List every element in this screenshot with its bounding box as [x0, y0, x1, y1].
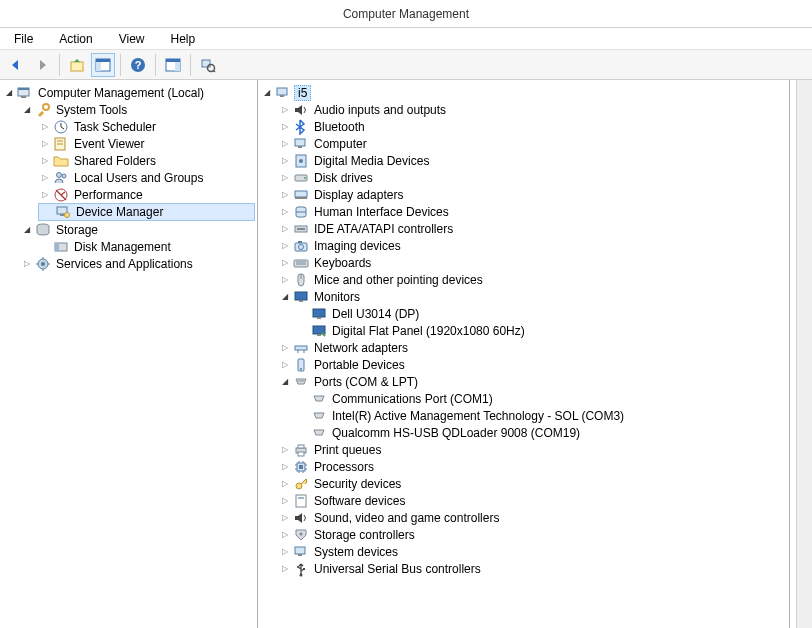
- expander-icon[interactable]: [280, 530, 290, 540]
- cat-audio[interactable]: Audio inputs and outputs: [278, 101, 787, 118]
- expander-icon[interactable]: [280, 122, 290, 132]
- expander-icon[interactable]: [22, 225, 32, 235]
- expander-icon[interactable]: [280, 258, 290, 268]
- expander-icon[interactable]: [280, 224, 290, 234]
- cat-system[interactable]: System devices: [278, 543, 787, 560]
- expander-icon[interactable]: [280, 377, 290, 387]
- tree-storage[interactable]: Storage: [20, 221, 255, 238]
- tree-root[interactable]: Computer Management (Local): [2, 84, 255, 101]
- expander-icon[interactable]: [280, 564, 290, 574]
- expander-icon[interactable]: [280, 190, 290, 200]
- device-label: Intel(R) Active Management Technology - …: [330, 409, 624, 423]
- expander-icon[interactable]: [40, 139, 50, 149]
- device-com3[interactable]: Intel(R) Active Management Technology - …: [296, 407, 787, 424]
- tree-shared-folders[interactable]: Shared Folders: [38, 152, 255, 169]
- expander-icon[interactable]: [280, 292, 290, 302]
- device-monitor-dell[interactable]: Dell U3014 (DP): [296, 305, 787, 322]
- expander-icon[interactable]: [280, 360, 290, 370]
- expander-icon[interactable]: [280, 241, 290, 251]
- expander-icon[interactable]: [262, 88, 272, 98]
- expander-icon[interactable]: [280, 479, 290, 489]
- expander-icon[interactable]: [280, 139, 290, 149]
- cat-processors[interactable]: Processors: [278, 458, 787, 475]
- device-monitor-flat[interactable]: Digital Flat Panel (1920x1080 60Hz): [296, 322, 787, 339]
- expander-icon[interactable]: [40, 122, 50, 132]
- expander-icon[interactable]: [280, 207, 290, 217]
- expander-icon[interactable]: [280, 275, 290, 285]
- properties-button[interactable]: [161, 53, 185, 77]
- tree-label: Task Scheduler: [72, 120, 156, 134]
- expander-icon[interactable]: [280, 343, 290, 353]
- cat-imaging[interactable]: Imaging devices: [278, 237, 787, 254]
- device-tree[interactable]: i5 Audio inputs and outputs Bluetooth Co…: [258, 80, 790, 628]
- svg-rect-44: [295, 197, 307, 199]
- expander-icon[interactable]: [280, 156, 290, 166]
- cat-sound[interactable]: Sound, video and game controllers: [278, 509, 787, 526]
- up-button[interactable]: [65, 53, 89, 77]
- expander-icon[interactable]: [280, 462, 290, 472]
- menu-bar: File Action View Help: [0, 28, 812, 50]
- show-hide-tree-button[interactable]: [91, 53, 115, 77]
- tree-system-tools[interactable]: System Tools: [20, 101, 255, 118]
- tree-performance[interactable]: Performance: [38, 186, 255, 203]
- cat-print-queues[interactable]: Print queues: [278, 441, 787, 458]
- cat-display[interactable]: Display adapters: [278, 186, 787, 203]
- console-tree[interactable]: Computer Management (Local) System Tools: [0, 80, 258, 628]
- cat-computer[interactable]: Computer: [278, 135, 787, 152]
- device-com19[interactable]: Qualcomm HS-USB QDLoader 9008 (COM19): [296, 424, 787, 441]
- menu-view[interactable]: View: [111, 30, 153, 48]
- cat-monitors[interactable]: Monitors: [278, 288, 787, 305]
- menu-file[interactable]: File: [6, 30, 41, 48]
- cat-bluetooth[interactable]: Bluetooth: [278, 118, 787, 135]
- tree-local-users[interactable]: Local Users and Groups: [38, 169, 255, 186]
- expander-icon[interactable]: [22, 259, 32, 269]
- svg-rect-56: [295, 292, 307, 300]
- expander-icon[interactable]: [280, 496, 290, 506]
- right-scrollbar[interactable]: [796, 80, 812, 628]
- forward-button[interactable]: [30, 53, 54, 77]
- help-button[interactable]: ?: [126, 53, 150, 77]
- menu-help[interactable]: Help: [163, 30, 204, 48]
- cat-software[interactable]: Software devices: [278, 492, 787, 509]
- tree-device-manager[interactable]: Device Manager: [38, 203, 255, 221]
- svg-rect-16: [18, 88, 29, 90]
- refresh-button[interactable]: [196, 53, 220, 77]
- computer-icon: [275, 85, 291, 101]
- device-root[interactable]: i5: [260, 84, 787, 101]
- expander-icon[interactable]: [280, 105, 290, 115]
- cat-security[interactable]: Security devices: [278, 475, 787, 492]
- tree-task-scheduler[interactable]: Task Scheduler: [38, 118, 255, 135]
- tree-disk-management[interactable]: Disk Management: [38, 238, 255, 255]
- expander-icon[interactable]: [280, 445, 290, 455]
- cat-ports[interactable]: Ports (COM & LPT): [278, 373, 787, 390]
- expander-icon[interactable]: [280, 513, 290, 523]
- cat-digital-media[interactable]: Digital Media Devices: [278, 152, 787, 169]
- cat-keyboards[interactable]: Keyboards: [278, 254, 787, 271]
- cat-usb[interactable]: Universal Serial Bus controllers: [278, 560, 787, 577]
- expander-icon[interactable]: [280, 173, 290, 183]
- expander-icon[interactable]: [22, 105, 32, 115]
- expander-icon[interactable]: [4, 88, 14, 98]
- cat-disk-drives[interactable]: Disk drives: [278, 169, 787, 186]
- window-title: Computer Management: [343, 7, 469, 21]
- cpu-icon: [293, 459, 309, 475]
- users-icon: [53, 170, 69, 186]
- cat-storage-ctrl[interactable]: Storage controllers: [278, 526, 787, 543]
- cat-hid[interactable]: Human Interface Devices: [278, 203, 787, 220]
- tree-services-apps[interactable]: Services and Applications: [20, 255, 255, 272]
- svg-text:?: ?: [135, 59, 142, 71]
- cat-label: Network adapters: [312, 341, 408, 355]
- expander-icon[interactable]: [40, 173, 50, 183]
- expander-icon[interactable]: [40, 190, 50, 200]
- cat-ide[interactable]: IDE ATA/ATAPI controllers: [278, 220, 787, 237]
- cat-portable[interactable]: Portable Devices: [278, 356, 787, 373]
- expander-icon[interactable]: [280, 547, 290, 557]
- tree-event-viewer[interactable]: Event Viewer: [38, 135, 255, 152]
- back-button[interactable]: [4, 53, 28, 77]
- menu-action[interactable]: Action: [51, 30, 100, 48]
- cat-mice[interactable]: Mice and other pointing devices: [278, 271, 787, 288]
- device-com1[interactable]: Communications Port (COM1): [296, 390, 787, 407]
- cat-label: Bluetooth: [312, 120, 365, 134]
- expander-icon[interactable]: [40, 156, 50, 166]
- cat-network[interactable]: Network adapters: [278, 339, 787, 356]
